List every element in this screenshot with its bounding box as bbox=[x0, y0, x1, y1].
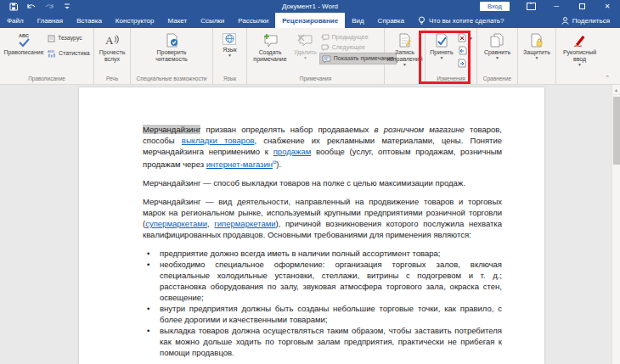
group-language: Язык ▼ Язык bbox=[213, 28, 247, 84]
close-button[interactable]: ✕ bbox=[595, 0, 620, 13]
read-aloud-button[interactable]: A Прочесть вслух bbox=[93, 30, 132, 64]
tell-me-box[interactable]: Что вы хотите сделать? bbox=[411, 13, 510, 28]
group-label-proofing: Правописание bbox=[2, 73, 92, 84]
tab-макет[interactable]: Макет bbox=[161, 13, 194, 28]
thesaurus-button[interactable]: Тезаурус bbox=[46, 33, 92, 43]
paragraph: Мерчандайзинг призван определять набор п… bbox=[143, 124, 502, 170]
group-label-accessibility: Специальные возможности bbox=[132, 73, 211, 84]
save-icon[interactable] bbox=[8, 2, 19, 11]
check-accessibility-button[interactable]: Проверить читаемость bbox=[145, 30, 198, 64]
collapse-ribbon-icon[interactable]: ⌃ bbox=[605, 75, 610, 81]
tab-strip: ФайлГлавнаяВставкаКонструкторМакетСсылки… bbox=[0, 13, 411, 28]
group-changes: Принять ▼ ▼ Изменения bbox=[426, 28, 477, 84]
book-icon bbox=[48, 35, 55, 42]
previous-change-button[interactable] bbox=[456, 45, 475, 56]
ribbon-tab-row: ФайлГлавнаяВставкаКонструкторМакетСсылки… bbox=[0, 13, 620, 28]
globe-icon bbox=[223, 31, 236, 46]
track-changes-button[interactable]: Запись исправлений ▼ bbox=[383, 30, 427, 68]
accept-change-icon bbox=[435, 31, 448, 48]
show-comments-icon bbox=[322, 55, 331, 63]
tab-рецензирование[interactable]: Рецензирование bbox=[275, 13, 345, 28]
compare-button[interactable]: Сравнить ▼ bbox=[482, 30, 513, 61]
group-comments: Создать примечание Удалить ▼ Предыдущее … bbox=[247, 28, 385, 84]
restore-button[interactable] bbox=[569, 0, 595, 13]
group-label-language: Язык bbox=[215, 73, 245, 84]
customize-qat-icon[interactable] bbox=[62, 2, 72, 11]
tab-рассылки[interactable]: Рассылки bbox=[231, 13, 275, 28]
scroll-up-icon[interactable]: ▲ bbox=[612, 85, 620, 95]
hyperlink[interactable]: выкладки товаров bbox=[182, 136, 255, 145]
scrollbar-thumb[interactable] bbox=[613, 97, 620, 165]
group-protect: Защитить ▼ bbox=[518, 28, 556, 84]
tab-файл[interactable]: Файл bbox=[0, 13, 31, 28]
bullet-item: •внутри предприятия должны быть созданы … bbox=[143, 303, 502, 325]
tab-главная[interactable]: Главная bbox=[31, 13, 70, 28]
protect-document-icon bbox=[530, 31, 543, 48]
quick-access-toolbar bbox=[0, 2, 72, 11]
svg-text:АБВ: АБВ bbox=[48, 49, 54, 53]
compare-icon bbox=[489, 31, 504, 48]
undo-icon[interactable] bbox=[26, 2, 37, 11]
signin-button[interactable]: Вход bbox=[480, 2, 510, 11]
chevron-down-icon: ▼ bbox=[403, 63, 407, 66]
group-label-protect bbox=[520, 73, 554, 84]
group-label-tracking bbox=[386, 73, 423, 84]
statistics-icon: АБВ bbox=[48, 49, 56, 58]
track-changes-icon bbox=[398, 31, 411, 48]
pen-icon bbox=[573, 31, 587, 48]
previous-change-icon bbox=[458, 46, 466, 55]
document-content: Мерчандайзинг призван определять набор п… bbox=[79, 87, 544, 358]
chevron-down-icon: ▼ bbox=[440, 56, 444, 59]
ribbon-display-options-icon[interactable]: ⌃ bbox=[518, 0, 544, 13]
next-change-icon bbox=[458, 59, 466, 68]
hyperlink[interactable]: интернет-магазин bbox=[206, 160, 273, 169]
protect-button[interactable]: Защитить ▼ bbox=[521, 30, 553, 61]
vertical-scrollbar[interactable]: ▲ bbox=[612, 85, 620, 364]
group-compare: Сравнить ▼ Сравнение bbox=[477, 28, 518, 84]
hyperlink[interactable]: гипермаркетами bbox=[214, 219, 275, 228]
next-change-button[interactable] bbox=[456, 58, 475, 69]
ink-button[interactable]: Рукописный ввод ▼ bbox=[555, 30, 605, 68]
tab-конструктор[interactable]: Конструктор bbox=[109, 13, 161, 28]
minimize-button[interactable]: ─ bbox=[544, 0, 569, 13]
spellcheck-icon: ABC bbox=[19, 31, 30, 48]
share-button[interactable]: Поделиться bbox=[551, 13, 620, 28]
chevron-down-icon: ▼ bbox=[578, 63, 582, 66]
chevron-down-icon: ▼ bbox=[535, 56, 539, 59]
spelling-grammar-button[interactable]: ABC Правописание bbox=[2, 30, 46, 58]
group-label-comments: Примечания bbox=[249, 73, 382, 84]
reject-change-button[interactable]: ▼ bbox=[456, 32, 475, 43]
language-button[interactable]: Язык ▼ bbox=[220, 30, 239, 59]
tab-ссылки[interactable]: Ссылки bbox=[194, 13, 231, 28]
chevron-down-icon: ▼ bbox=[228, 53, 232, 57]
tab-вставка[interactable]: Вставка bbox=[70, 13, 109, 28]
group-tracking: Запись исправлений ▼ bbox=[385, 28, 426, 84]
tab-вид[interactable]: Вид bbox=[345, 13, 370, 28]
svg-text:A: A bbox=[105, 34, 114, 47]
document-page[interactable]: Мерчандайзинг призван определять набор п… bbox=[79, 87, 544, 364]
new-comment-icon bbox=[262, 31, 279, 48]
group-label-changes: Изменения bbox=[427, 73, 475, 84]
person-icon bbox=[561, 17, 569, 25]
group-label-speech: Речь bbox=[96, 73, 128, 84]
new-comment-button[interactable]: Создать примечание bbox=[249, 30, 291, 64]
paragraph: Мерчандайзинг — вид деятельности, направ… bbox=[143, 196, 502, 240]
group-speech: A Прочесть вслух Речь bbox=[94, 28, 131, 84]
group-label-compare: Сравнение bbox=[479, 73, 516, 84]
word-count-button[interactable]: АБВ Статистика bbox=[46, 48, 92, 59]
document-area: Мерчандайзинг призван определять набор п… bbox=[0, 85, 620, 364]
next-comment-icon bbox=[321, 44, 330, 51]
hyperlink[interactable]: продажам bbox=[273, 147, 312, 156]
group-ink: Рукописный ввод ▼ bbox=[556, 28, 603, 84]
accept-button[interactable]: Принять ▼ bbox=[427, 30, 456, 61]
bullet-item: •выкладка товаров должна осуществляться … bbox=[143, 325, 502, 358]
tab-справка[interactable]: Справка bbox=[371, 13, 411, 28]
chevron-down-icon: ▼ bbox=[495, 56, 499, 59]
previous-comment-icon bbox=[321, 34, 330, 41]
group-label-ink bbox=[558, 73, 601, 84]
paragraph: Мерчандайзинг — способ выкладки товаров … bbox=[143, 177, 502, 188]
title-bar: Документ1 - Word Вход ⌃ ─ ✕ bbox=[0, 0, 620, 13]
delete-comment-icon bbox=[297, 31, 313, 48]
hyperlink[interactable]: супермаркетами bbox=[145, 219, 207, 228]
delete-comment-button: Удалить ▼ bbox=[291, 30, 319, 61]
